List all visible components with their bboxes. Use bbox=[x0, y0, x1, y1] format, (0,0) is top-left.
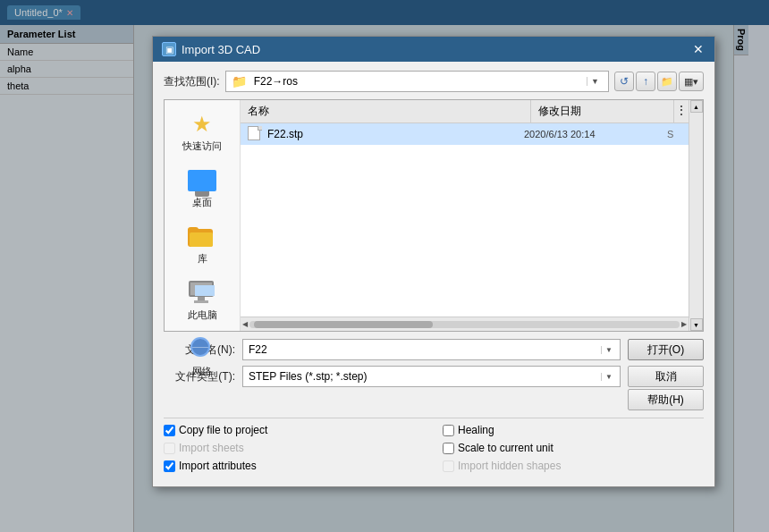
folder-icon: 📁 bbox=[232, 74, 247, 89]
cb-import-sheets-label: Import sheets bbox=[179, 442, 244, 454]
filetype-label: 文件类型(T): bbox=[164, 369, 235, 384]
cb-healing-label: Healing bbox=[458, 424, 494, 436]
nav-menu-btn[interactable]: ▦▾ bbox=[679, 72, 704, 91]
filetype-input-row: 文件类型(T): STEP Files (*.stp; *.step) ▼ bbox=[164, 366, 621, 387]
nav-new-folder-btn[interactable]: 📁 bbox=[657, 72, 677, 91]
back-icon: ↺ bbox=[620, 75, 629, 88]
scroll-left-arrow[interactable]: ◀ bbox=[242, 320, 248, 328]
vscroll-down-btn[interactable]: ▼ bbox=[690, 318, 703, 331]
cb-import-attrs-label: Import attributes bbox=[179, 460, 257, 472]
desktop-icon bbox=[186, 167, 218, 194]
qa-recent-label: 快速访问 bbox=[182, 139, 222, 153]
nav-buttons: ↺ ↑ 📁 ▦▾ bbox=[614, 72, 704, 91]
cb-import-hidden-input[interactable] bbox=[443, 460, 454, 472]
col-more-icon: ⋮ bbox=[676, 104, 687, 116]
star-icon: ★ bbox=[186, 111, 218, 138]
help-button[interactable]: 帮助(H) bbox=[628, 389, 704, 410]
cb-scale-unit-label: Scale to current unit bbox=[458, 442, 554, 454]
help-row: 帮助(H) bbox=[164, 389, 704, 410]
qa-library-label: 库 bbox=[198, 252, 207, 266]
open-button[interactable]: 打开(O) bbox=[628, 339, 704, 360]
dialog-body: 查找范围(I): 📁 F22→ros ▼ ↺ ↑ 📁 ▦▾ bbox=[153, 62, 714, 486]
location-label: 查找范围(I): bbox=[164, 74, 220, 89]
qa-recent[interactable]: ★ 快速访问 bbox=[171, 107, 233, 156]
import-dialog: ▣ Import 3D CAD ✕ 查找范围(I): 📁 F22→ros ▼ ↺… bbox=[152, 36, 715, 487]
file-list-rows: F22.stp 2020/6/13 20:14 S bbox=[241, 123, 689, 317]
horizontal-scrollbar[interactable]: ◀ ▶ bbox=[241, 317, 689, 331]
new-folder-icon: 📁 bbox=[661, 76, 673, 88]
cb-copy-file-input[interactable] bbox=[164, 425, 175, 436]
cancel-button[interactable]: 取消 bbox=[628, 366, 704, 387]
filename-row: 文件名(N): F22 ▼ 打开(O) bbox=[164, 339, 704, 360]
file-row-date: 2020/6/13 20:14 bbox=[524, 129, 667, 139]
cb-healing[interactable]: Healing bbox=[443, 424, 704, 436]
location-value: F22→ros bbox=[254, 75, 583, 88]
filetype-dropdown-arrow[interactable]: ▼ bbox=[601, 373, 614, 381]
file-list-header: 名称 修改日期 ⋮ bbox=[241, 100, 689, 123]
qa-pc[interactable]: 此电脑 bbox=[171, 276, 233, 325]
checkbox-area: Copy file to project Healing Import shee… bbox=[164, 418, 704, 477]
col-date[interactable]: 修改日期 bbox=[531, 100, 674, 122]
nav-back-btn[interactable]: ↺ bbox=[614, 72, 634, 91]
filename-value: F22 bbox=[249, 343, 601, 356]
location-row: 查找范围(I): 📁 F22→ros ▼ ↺ ↑ 📁 ▦▾ bbox=[164, 71, 704, 92]
cb-import-hidden-label: Import hidden shapes bbox=[458, 460, 561, 472]
file-row-extra: S bbox=[667, 129, 681, 139]
dialog-close-button[interactable]: ✕ bbox=[691, 42, 706, 56]
cb-scale-unit[interactable]: Scale to current unit bbox=[443, 442, 704, 454]
network-icon bbox=[186, 336, 218, 363]
quick-access-panel: ★ 快速访问 桌面 bbox=[165, 100, 241, 331]
cb-import-attrs[interactable]: Import attributes bbox=[164, 460, 425, 472]
filetype-value: STEP Files (*.stp; *.step) bbox=[249, 370, 601, 383]
dialog-titlebar: ▣ Import 3D CAD ✕ bbox=[153, 37, 714, 62]
cb-import-attrs-input[interactable] bbox=[164, 460, 175, 472]
dialog-icon: ▣ bbox=[162, 42, 176, 56]
vscroll-track[interactable] bbox=[689, 113, 703, 318]
nav-up-btn[interactable]: ↑ bbox=[636, 72, 655, 91]
col-more[interactable]: ⋮ bbox=[674, 100, 689, 122]
cb-healing-input[interactable] bbox=[443, 425, 454, 436]
filetype-combo[interactable]: STEP Files (*.stp; *.step) ▼ bbox=[242, 366, 621, 387]
cb-copy-file-label: Copy file to project bbox=[179, 424, 267, 436]
filetype-row: 文件类型(T): STEP Files (*.stp; *.step) ▼ 取消 bbox=[164, 366, 704, 387]
cb-import-sheets[interactable]: Import sheets bbox=[164, 442, 425, 454]
qa-library[interactable]: 库 bbox=[171, 220, 233, 269]
file-icon bbox=[248, 126, 262, 142]
file-list-area: 名称 修改日期 ⋮ F22.stp bbox=[241, 100, 689, 331]
vscroll-up-btn[interactable]: ▲ bbox=[690, 100, 703, 113]
qa-desktop[interactable]: 桌面 bbox=[171, 164, 233, 213]
vertical-scrollbar[interactable]: ▲ ▼ bbox=[689, 100, 703, 331]
scrollbar-thumb[interactable] bbox=[254, 321, 433, 328]
library-icon bbox=[186, 224, 218, 250]
dialog-title-left: ▣ Import 3D CAD bbox=[162, 42, 260, 56]
filename-dropdown-arrow[interactable]: ▼ bbox=[601, 346, 614, 354]
col-name[interactable]: 名称 bbox=[241, 100, 531, 122]
pc-icon bbox=[186, 280, 218, 307]
location-dropdown-arrow[interactable]: ▼ bbox=[587, 77, 603, 86]
cb-copy-file[interactable]: Copy file to project bbox=[164, 424, 425, 436]
up-icon: ↑ bbox=[643, 75, 648, 88]
location-combo[interactable]: 📁 F22→ros ▼ bbox=[225, 71, 609, 92]
views-icon: ▦▾ bbox=[684, 76, 698, 88]
file-row[interactable]: F22.stp 2020/6/13 20:14 S bbox=[241, 123, 689, 145]
cb-import-hidden[interactable]: Import hidden shapes bbox=[443, 460, 704, 472]
file-row-name: F22.stp bbox=[267, 128, 524, 140]
file-area: ★ 快速访问 桌面 bbox=[164, 99, 704, 332]
cb-import-sheets-input[interactable] bbox=[164, 443, 175, 454]
scroll-right-arrow[interactable]: ▶ bbox=[681, 320, 687, 328]
qa-desktop-label: 桌面 bbox=[192, 196, 212, 209]
bottom-rows: 文件名(N): F22 ▼ 打开(O) 文件类型(T): STEP Files … bbox=[164, 339, 704, 410]
dialog-title: Import 3D CAD bbox=[182, 43, 260, 56]
cb-scale-unit-input[interactable] bbox=[443, 443, 454, 454]
qa-pc-label: 此电脑 bbox=[188, 308, 217, 322]
filename-combo[interactable]: F22 ▼ bbox=[242, 339, 621, 360]
filename-input-row: 文件名(N): F22 ▼ bbox=[164, 339, 621, 360]
scrollbar-track[interactable] bbox=[249, 321, 680, 328]
